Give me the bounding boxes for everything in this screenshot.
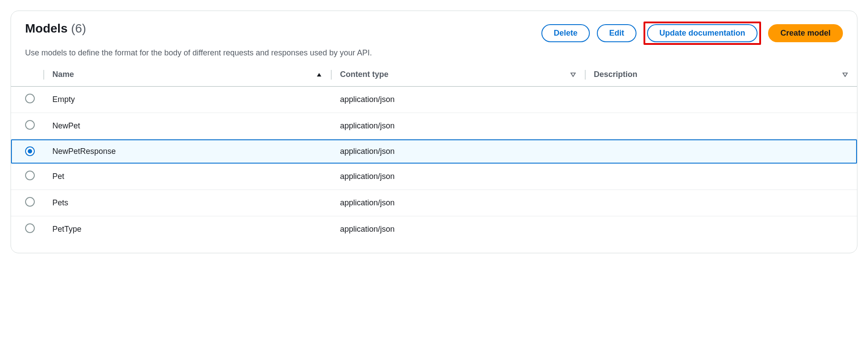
radio-select[interactable]: [25, 94, 35, 103]
create-model-button[interactable]: Create model: [768, 24, 843, 42]
models-panel: Models (6) Delete Edit Update documentat…: [11, 11, 857, 253]
column-content-type[interactable]: Content type: [331, 63, 585, 87]
radio-select[interactable]: [25, 120, 35, 130]
cell-description: [585, 87, 857, 113]
table-row[interactable]: Empty application/json: [11, 87, 857, 113]
cell-name: Pet: [44, 164, 331, 190]
sort-asc-icon: [316, 72, 322, 78]
column-name-label: Name: [52, 70, 74, 79]
column-description-label: Description: [594, 70, 637, 79]
radio-select[interactable]: [25, 197, 35, 207]
table-row[interactable]: PetType application/json: [11, 216, 857, 243]
highlight-annotation: Update documentation: [644, 22, 761, 45]
svg-marker-1: [571, 73, 575, 77]
table-row[interactable]: NewPet application/json: [11, 113, 857, 139]
column-name[interactable]: Name: [44, 63, 331, 87]
page-title: Models: [25, 22, 67, 36]
radio-select[interactable]: [25, 146, 35, 156]
title-row: Models (6): [25, 22, 86, 36]
cell-content-type: application/json: [331, 87, 585, 113]
cell-description: [585, 113, 857, 139]
delete-button[interactable]: Delete: [541, 24, 590, 42]
cell-description: [585, 164, 857, 190]
cell-content-type: application/json: [331, 113, 585, 139]
svg-marker-0: [317, 73, 321, 77]
cell-name: NewPet: [44, 113, 331, 139]
cell-content-type: application/json: [331, 139, 585, 164]
cell-name: PetType: [44, 216, 331, 243]
radio-select[interactable]: [25, 223, 35, 233]
filter-icon: [570, 72, 576, 78]
column-description[interactable]: Description: [585, 63, 857, 87]
table-row[interactable]: NewPetResponse application/json: [11, 139, 857, 164]
item-count: (6): [71, 22, 86, 36]
column-content-type-label: Content type: [340, 70, 388, 79]
action-bar: Delete Edit Update documentation Create …: [541, 22, 843, 45]
filter-icon: [842, 72, 848, 78]
table-row[interactable]: Pets application/json: [11, 190, 857, 216]
cell-name: Pets: [44, 190, 331, 216]
cell-content-type: application/json: [331, 164, 585, 190]
update-documentation-button[interactable]: Update documentation: [647, 24, 758, 42]
edit-button[interactable]: Edit: [597, 24, 636, 42]
svg-marker-2: [843, 73, 847, 77]
cell-name: NewPetResponse: [44, 139, 331, 164]
panel-description: Use models to define the format for the …: [11, 48, 857, 63]
panel-header: Models (6) Delete Edit Update documentat…: [11, 22, 857, 48]
column-select: [11, 63, 44, 87]
cell-description: [585, 139, 857, 164]
cell-content-type: application/json: [331, 216, 585, 243]
cell-content-type: application/json: [331, 190, 585, 216]
cell-description: [585, 190, 857, 216]
cell-description: [585, 216, 857, 243]
models-table: Name Content type: [11, 63, 857, 242]
table-row[interactable]: Pet application/json: [11, 164, 857, 190]
radio-select[interactable]: [25, 171, 35, 180]
cell-name: Empty: [44, 87, 331, 113]
